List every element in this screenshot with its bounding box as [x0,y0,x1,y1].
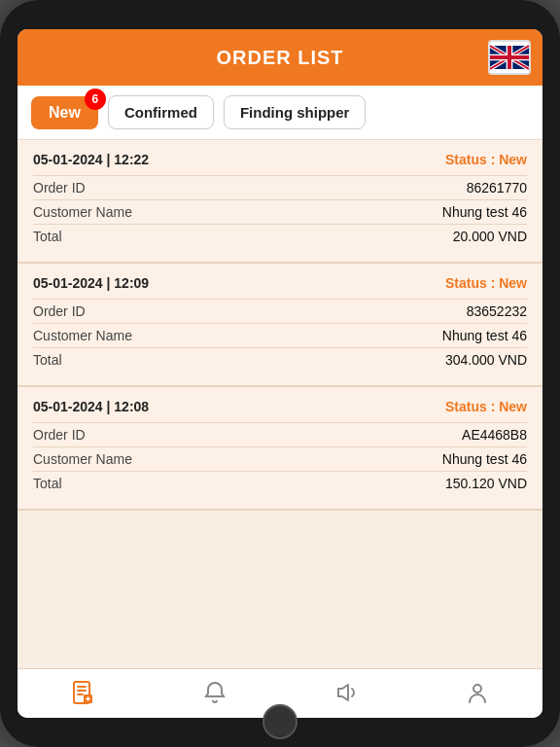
nav-orders[interactable] [18,679,149,706]
order-id-label: Order ID [33,303,86,319]
nav-profile[interactable] [411,679,542,706]
tab-bar: New 6 Confirmed Finding shipper [18,86,542,140]
order-status: Status : New [445,152,527,167]
order-id-value: AE4468B8 [462,427,527,443]
order-id-label: Order ID [33,427,86,443]
header: ORDER LIST [18,29,542,86]
order-id-value: 83652232 [467,303,527,319]
total-value: 304.000 VND [445,352,527,368]
person-icon [464,679,491,706]
orders-icon [70,679,97,706]
nav-promotions[interactable] [280,679,411,706]
bell-icon [201,679,228,706]
customer-name-label: Customer Name [33,328,132,343]
order-datetime: 05-01-2024 | 12:22 [33,152,149,167]
order-list: 05-01-2024 | 12:22 Status : New Order ID… [18,140,542,668]
language-flag-button[interactable] [488,40,531,75]
tab-new[interactable]: New 6 [31,96,98,129]
home-button[interactable] [262,704,298,739]
customer-name-value: Nhung test 46 [442,328,527,343]
customer-name-value: Nhung test 46 [442,451,527,467]
order-card[interactable]: 05-01-2024 | 12:08 Status : New Order ID… [18,387,542,511]
order-id-label: Order ID [33,180,86,196]
customer-name-label: Customer Name [33,204,132,220]
page-title: ORDER LIST [216,47,343,69]
order-card[interactable]: 05-01-2024 | 12:22 Status : New Order ID… [18,140,542,264]
nav-notifications[interactable] [149,679,280,706]
total-value: 150.120 VND [445,476,527,491]
tab-confirmed[interactable]: Confirmed [108,95,214,129]
order-card[interactable]: 05-01-2024 | 12:09 Status : New Order ID… [18,264,542,387]
svg-point-3 [473,685,481,693]
order-id-value: 86261770 [467,180,527,196]
order-datetime: 05-01-2024 | 12:09 [33,275,149,291]
tab-finding-shipper[interactable]: Finding shipper [224,95,367,129]
customer-name-label: Customer Name [33,451,132,467]
megaphone-icon [332,679,360,706]
order-status: Status : New [445,275,527,291]
new-badge: 6 [85,89,106,110]
total-label: Total [33,352,62,368]
customer-name-value: Nhung test 46 [442,204,527,220]
order-datetime: 05-01-2024 | 12:08 [33,399,149,414]
total-label: Total [33,229,62,244]
uk-flag-icon [490,42,529,73]
order-status: Status : New [445,399,527,414]
total-value: 20.000 VND [453,229,527,244]
total-label: Total [33,476,62,491]
